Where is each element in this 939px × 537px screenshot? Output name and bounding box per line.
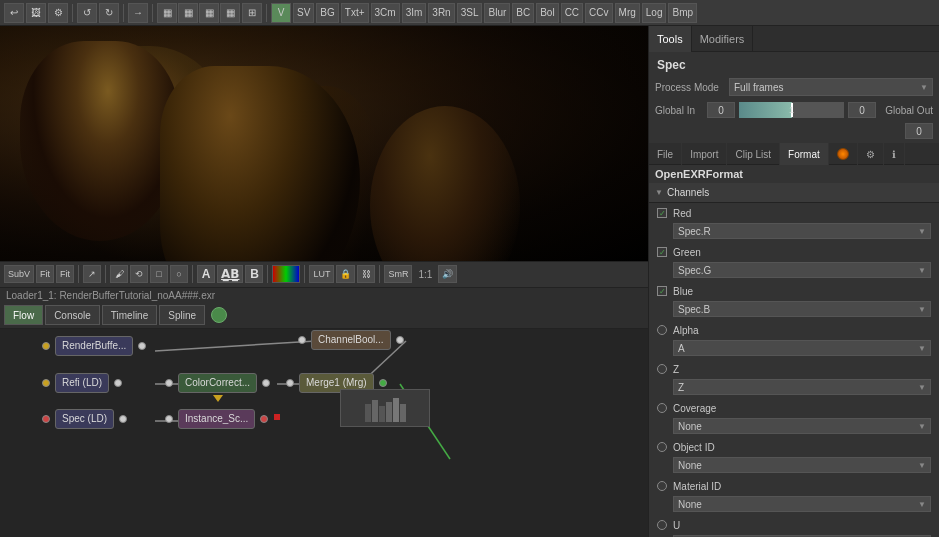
audio-btn[interactable]: 🔊 bbox=[438, 265, 457, 283]
sub-tab-import[interactable]: Import bbox=[682, 143, 727, 165]
node-colorcorrect[interactable]: ColorCorrect... bbox=[165, 372, 270, 394]
smr-btn[interactable]: SmR bbox=[384, 265, 412, 283]
channel-objectid-dropdown[interactable]: None ▼ bbox=[673, 457, 931, 473]
mrg-btn[interactable]: Mrg bbox=[615, 3, 640, 23]
sv-btn[interactable]: SV bbox=[293, 3, 314, 23]
node-dot-rb-out bbox=[138, 342, 146, 350]
channel-radio-coverage[interactable] bbox=[657, 403, 667, 413]
transform-btn[interactable]: ⟲ bbox=[130, 265, 148, 283]
global-slider[interactable]: 1 bbox=[739, 102, 844, 118]
lock-btn[interactable]: 🔒 bbox=[336, 265, 355, 283]
3rn-btn[interactable]: 3Rn bbox=[428, 3, 454, 23]
circle-btn[interactable]: ○ bbox=[170, 265, 188, 283]
tab-console[interactable]: Console bbox=[45, 305, 100, 325]
tab-spline[interactable]: Spline bbox=[159, 305, 205, 325]
channel-name-blue: Blue bbox=[673, 286, 713, 297]
ccv-btn[interactable]: CCv bbox=[585, 3, 612, 23]
node-refi-ld[interactable]: Refi (LD) bbox=[42, 372, 122, 394]
channel-coverage-dropdown[interactable]: None ▼ bbox=[673, 418, 931, 434]
undo-btn[interactable]: ↺ bbox=[77, 3, 97, 23]
channel-row-green: ✓ Green bbox=[649, 242, 939, 262]
sub-tab-gear[interactable]: ⚙ bbox=[858, 143, 884, 165]
ld-btn[interactable]: V bbox=[271, 3, 291, 23]
b-btn[interactable]: B bbox=[245, 265, 263, 283]
channel-materialid-dropdown[interactable]: None ▼ bbox=[673, 496, 931, 512]
node-renderbuffe[interactable]: RenderBuffe... bbox=[42, 335, 146, 357]
grid2[interactable]: ▦ bbox=[178, 3, 198, 23]
sub-tab-cliplist[interactable]: Clip List bbox=[727, 143, 780, 165]
node-instance-sc[interactable]: Instance_Sc... bbox=[165, 408, 268, 430]
tool-icon[interactable]: ⚙ bbox=[48, 3, 68, 23]
grid4[interactable]: ▦ bbox=[220, 3, 240, 23]
cc-btn[interactable]: CC bbox=[561, 3, 583, 23]
bc-btn[interactable]: BC bbox=[512, 3, 534, 23]
paint-btn[interactable]: 🖌 bbox=[110, 265, 128, 283]
channel-radio-u[interactable] bbox=[657, 520, 667, 530]
channel-green-value: Spec.G bbox=[678, 265, 711, 276]
global-out-input[interactable] bbox=[905, 123, 933, 139]
node-channelbool[interactable]: ChannelBool... bbox=[298, 329, 404, 351]
chain-btn[interactable]: ⛓ bbox=[357, 265, 375, 283]
grid3[interactable]: ▦ bbox=[199, 3, 219, 23]
bg-btn[interactable]: BG bbox=[316, 3, 338, 23]
a-btn[interactable]: A bbox=[197, 265, 215, 283]
channel-blue-dropdown[interactable]: Spec.B ▼ bbox=[673, 301, 931, 317]
process-mode-dropdown[interactable]: Full frames ▼ bbox=[729, 78, 933, 96]
redo-btn[interactable]: ↻ bbox=[99, 3, 119, 23]
channel-z-dropdown-row: Z ▼ bbox=[649, 379, 939, 398]
channel-check-green[interactable]: ✓ bbox=[657, 247, 667, 257]
bar6 bbox=[400, 404, 406, 422]
channel-z-dropdown[interactable]: Z ▼ bbox=[673, 379, 931, 395]
blur-btn[interactable]: Blur bbox=[484, 3, 510, 23]
tab-tools[interactable]: Tools bbox=[649, 26, 692, 52]
grid-extra[interactable]: ⊞ bbox=[242, 3, 262, 23]
3sl-btn[interactable]: 3SL bbox=[457, 3, 483, 23]
global-slider-right[interactable] bbox=[848, 102, 876, 118]
3im-btn[interactable]: 3Im bbox=[402, 3, 427, 23]
tab-flow[interactable]: Flow bbox=[4, 305, 43, 325]
node-info-icon[interactable] bbox=[211, 307, 227, 323]
node-spec-ld[interactable]: Spec (LD) bbox=[42, 408, 127, 430]
node-dot-cc-in bbox=[165, 379, 173, 387]
color-btn[interactable] bbox=[272, 265, 300, 283]
sub-tab-radio-icon[interactable] bbox=[829, 143, 858, 165]
channel-radio-alpha[interactable] bbox=[657, 325, 667, 335]
node-canvas[interactable]: RenderBuffe... ChannelBool... Refi (LD) bbox=[0, 329, 648, 538]
channel-check-red[interactable]: ✓ bbox=[657, 208, 667, 218]
channels-section-header[interactable]: ▼ Channels bbox=[649, 183, 939, 203]
grid1[interactable]: ▦ bbox=[157, 3, 177, 23]
channel-check-blue[interactable]: ✓ bbox=[657, 286, 667, 296]
channel-radio-materialid[interactable] bbox=[657, 481, 667, 491]
global-in-input[interactable] bbox=[707, 102, 735, 118]
image-icon[interactable]: 🖼 bbox=[26, 3, 46, 23]
subv-btn[interactable]: SubV bbox=[4, 265, 34, 283]
channel-green-dropdown[interactable]: Spec.G ▼ bbox=[673, 262, 931, 278]
tab-modifiers[interactable]: Modifiers bbox=[692, 26, 754, 52]
log-btn[interactable]: Log bbox=[642, 3, 667, 23]
channel-objectid-dropdown-row: None ▼ bbox=[649, 457, 939, 476]
node-editor: Flow Console Timeline Spline bbox=[0, 303, 648, 538]
lut-btn[interactable]: LUT bbox=[309, 265, 334, 283]
bol-btn[interactable]: Bol bbox=[536, 3, 558, 23]
ab-btn[interactable]: A̲B̲ bbox=[217, 265, 243, 283]
channel-red-dropdown[interactable]: Spec.R ▼ bbox=[673, 223, 931, 239]
rect-btn[interactable]: □ bbox=[150, 265, 168, 283]
txt-btn[interactable]: Txt+ bbox=[341, 3, 369, 23]
3cm-btn[interactable]: 3Cm bbox=[371, 3, 400, 23]
channels-arrow: ▼ bbox=[655, 188, 663, 197]
sub-tab-info[interactable]: ℹ bbox=[884, 143, 905, 165]
arrow-btn[interactable]: → bbox=[128, 3, 148, 23]
sub-tab-format[interactable]: Format bbox=[780, 143, 829, 165]
channel-name-objectid: Object ID bbox=[673, 442, 715, 453]
format-label: OpenEXRFormat bbox=[649, 165, 939, 183]
sub-tab-file[interactable]: File bbox=[649, 143, 682, 165]
arrow-view-btn[interactable]: ↗ bbox=[83, 265, 101, 283]
fit2-btn[interactable]: Fit bbox=[56, 265, 74, 283]
fit1-btn[interactable]: Fit bbox=[36, 265, 54, 283]
undo-icon[interactable]: ↩ bbox=[4, 3, 24, 23]
tab-timeline[interactable]: Timeline bbox=[102, 305, 157, 325]
channel-radio-z[interactable] bbox=[657, 364, 667, 374]
channel-radio-objectid[interactable] bbox=[657, 442, 667, 452]
channel-alpha-dropdown[interactable]: A ▼ bbox=[673, 340, 931, 356]
bmp-btn[interactable]: Bmp bbox=[668, 3, 697, 23]
